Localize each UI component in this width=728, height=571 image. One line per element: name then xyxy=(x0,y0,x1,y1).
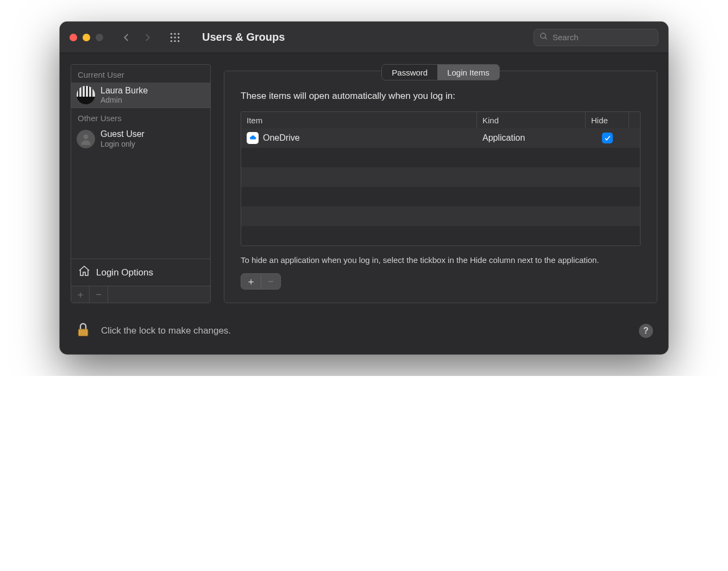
item-name: OneDrive xyxy=(263,133,300,143)
svg-point-3 xyxy=(171,36,172,38)
user-role: Admin xyxy=(101,96,148,104)
column-hide[interactable]: Hide xyxy=(586,112,629,128)
svg-point-6 xyxy=(171,40,172,42)
cell-item: OneDrive xyxy=(241,132,477,144)
forward-button[interactable] xyxy=(142,33,152,42)
user-name: Guest User xyxy=(101,129,145,139)
sidebar-footer: ＋ − xyxy=(71,286,210,303)
login-items-panel: These items will open automatically when… xyxy=(224,71,657,303)
tab-password[interactable]: Password xyxy=(382,65,437,80)
sidebar-user-guest[interactable]: Guest User Login only xyxy=(71,126,210,151)
lock-text: Click the lock to make changes. xyxy=(101,325,231,336)
column-kind[interactable]: Kind xyxy=(477,112,586,128)
user-name: Laura Burke xyxy=(101,86,148,96)
search-icon xyxy=(539,32,548,43)
preferences-window: Users & Groups Current User Laura Burke … xyxy=(60,22,668,354)
zoom-window-button[interactable] xyxy=(96,34,103,41)
user-role: Login only xyxy=(101,140,145,148)
svg-point-0 xyxy=(171,33,172,34)
window-controls xyxy=(70,34,103,41)
sidebar-user-current[interactable]: Laura Burke Admin xyxy=(71,83,210,108)
column-item[interactable]: Item xyxy=(241,112,477,128)
other-users-section-label: Other Users xyxy=(71,108,210,126)
hint-text: To hide an application when you log in, … xyxy=(241,255,641,266)
svg-point-11 xyxy=(84,134,89,139)
table-row-empty xyxy=(241,167,640,187)
window-footer: Click the lock to make changes. ? xyxy=(60,314,668,354)
users-sidebar: Current User Laura Burke Admin Other Use… xyxy=(71,64,211,303)
avatar xyxy=(77,130,95,148)
svg-point-8 xyxy=(178,40,179,42)
add-user-button[interactable]: ＋ xyxy=(71,286,90,303)
svg-line-10 xyxy=(545,37,547,39)
svg-rect-12 xyxy=(78,329,88,336)
back-button[interactable] xyxy=(122,33,131,42)
svg-point-5 xyxy=(178,36,179,38)
svg-point-2 xyxy=(178,33,179,34)
table-row[interactable]: OneDrive Application xyxy=(241,128,640,148)
search-field[interactable] xyxy=(534,29,658,46)
svg-point-4 xyxy=(174,36,175,38)
lock-icon[interactable] xyxy=(75,322,91,340)
login-options-button[interactable]: Login Options xyxy=(71,259,210,286)
help-button[interactable]: ? xyxy=(639,324,653,338)
search-input[interactable] xyxy=(553,33,652,42)
login-options-label: Login Options xyxy=(96,267,153,278)
main-panel: Password Login Items These items will op… xyxy=(224,64,657,303)
tab-group: Password Login Items xyxy=(381,64,499,80)
panel-heading: These items will open automatically when… xyxy=(241,91,641,102)
onedrive-icon xyxy=(247,132,259,144)
svg-point-9 xyxy=(541,33,545,38)
table-row-empty xyxy=(241,148,640,167)
nav-arrows xyxy=(122,33,152,42)
titlebar: Users & Groups xyxy=(60,22,668,53)
remove-user-button[interactable]: − xyxy=(90,286,108,303)
svg-point-7 xyxy=(174,40,175,42)
table-row-empty xyxy=(241,206,640,226)
hide-checkbox[interactable] xyxy=(602,133,613,143)
show-all-icon[interactable] xyxy=(170,32,180,43)
column-spacer xyxy=(629,112,640,128)
remove-login-item-button[interactable]: − xyxy=(261,274,280,289)
svg-point-1 xyxy=(174,33,175,34)
add-login-item-button[interactable]: ＋ xyxy=(241,274,261,289)
house-icon xyxy=(78,265,91,280)
login-items-table: Item Kind Hide OneDrive Application xyxy=(241,111,641,246)
current-user-section-label: Current User xyxy=(71,65,210,83)
window-body: Current User Laura Burke Admin Other Use… xyxy=(60,53,668,314)
table-row-empty xyxy=(241,226,640,246)
add-remove-group: ＋ − xyxy=(241,273,281,290)
avatar xyxy=(77,86,95,104)
close-window-button[interactable] xyxy=(70,34,77,41)
cell-hide xyxy=(586,133,629,143)
table-row-empty xyxy=(241,187,640,206)
tab-login-items[interactable]: Login Items xyxy=(437,65,499,80)
cell-kind: Application xyxy=(477,133,586,143)
minimize-window-button[interactable] xyxy=(83,34,90,41)
window-title: Users & Groups xyxy=(202,31,285,43)
table-header: Item Kind Hide xyxy=(241,112,640,128)
